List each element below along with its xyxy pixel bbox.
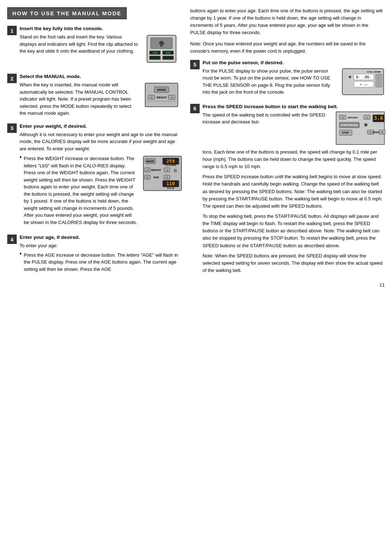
step-2-console-image: MODE ∨ WEIGHT ∧	[142, 81, 181, 111]
step-4-header: Enter your age, if desired.	[20, 235, 181, 240]
step-1-header: Insert the key fully into the console.	[20, 26, 181, 31]
step-6-body-area: The speed of the walking belt is control…	[203, 111, 385, 145]
svg-text:∧: ∧	[171, 96, 173, 99]
svg-text:MODE: MODE	[157, 88, 166, 91]
step-1-body: Stand on the foot rails and insert the k…	[20, 33, 138, 55]
console-svg-1: 000 000	[142, 33, 181, 66]
step-1: 1 Insert the key fully into the console.…	[7, 26, 181, 67]
step-4-bullet-text: Press the AGE increase or decrease butto…	[24, 252, 181, 273]
speed-svg: ∨ MPH/SPH ∧ 3.6 START/PAUSE	[338, 114, 385, 141]
svg-point-43	[349, 76, 351, 78]
step-1-text: Stand on the foot rails and insert the k…	[20, 33, 138, 55]
step-3-bullet-text: Press the WEIGHT increase or decrease bu…	[24, 155, 138, 226]
console-svg-2: MODE ∨ WEIGHT ∧	[142, 81, 181, 110]
svg-text:0- -00-: 0- -00-	[356, 75, 371, 79]
svg-text:MODE: MODE	[147, 160, 154, 163]
step-5-text: For the PULSE display to show your pulse…	[203, 68, 338, 99]
bullet-dot-4: •	[20, 251, 22, 273]
svg-point-57	[364, 123, 367, 126]
svg-text:AGE: AGE	[153, 176, 159, 179]
svg-text:WEIGHT: WEIGHT	[151, 169, 162, 171]
step-3-text: • Press the WEIGHT increase or decrease …	[20, 155, 138, 228]
svg-text:CALORIES: CALORIES	[165, 164, 176, 166]
svg-text:START/PAUSE: START/PAUSE	[340, 124, 358, 126]
step-3-content: Enter your weight, if desired. Although …	[20, 123, 181, 228]
step-6-number: 6	[190, 104, 200, 113]
svg-text:COOL-DOWN: COOL-DOWN	[367, 71, 381, 73]
step-3-body-area: • Press the WEIGHT increase or decrease …	[20, 155, 181, 228]
step-5-content: Put on the pulse sensor, if desired. For…	[203, 60, 385, 99]
title-box: HOW TO USE THE MANUAL MODE	[7, 7, 127, 19]
step-6-header: Press the SPEED increase button to start…	[203, 104, 385, 109]
step-5-body-area: For the PULSE display to show your pulse…	[203, 68, 385, 99]
step-2-content: Select the MANUAL mode. When the key is …	[20, 74, 181, 117]
step-6-body-2: tons. Each time one of the buttons is pr…	[203, 148, 385, 170]
step-4-bullet: • Press the AGE increase or decrease but…	[20, 252, 181, 273]
step-6-body-3: Press the SPEED increase button until th…	[203, 173, 385, 210]
page-number-text: 11	[380, 282, 385, 288]
step-6-speed-panel: ∨ MPH/SPH ∧ 3.6 START/PAUSE	[336, 111, 385, 145]
bullet-dot-3: •	[20, 154, 22, 226]
page: HOW TO USE THE MANUAL MODE 1 Insert the …	[7, 7, 385, 288]
step-4-content: Enter your age, if desired. To enter you…	[20, 235, 181, 275]
step-3-number: 3	[7, 123, 17, 133]
step-3-console-image: MODE 258 CALORIES ∨ WEIGHT ∧	[142, 155, 181, 194]
step-2-header: Select the MANUAL mode.	[20, 74, 181, 79]
console-svg-3: MODE 258 CALORIES ∨ WEIGHT ∧	[142, 155, 183, 193]
svg-text:258: 258	[166, 158, 175, 164]
step-5-header: Put on the pulse sensor, if desired.	[203, 60, 385, 65]
left-column: HOW TO USE THE MANUAL MODE 1 Insert the …	[7, 7, 181, 288]
cooldown-svg: COOL-DOWN 0- -00- • ——	[341, 68, 385, 97]
step-6-body-intro: The speed of the walking belt is control…	[203, 111, 332, 126]
svg-text:PULSE: PULSE	[167, 187, 174, 189]
step-5-body: For the PULSE display to show your pulse…	[203, 68, 338, 96]
step-5-console-image: COOL-DOWN 0- -00- • ——	[341, 68, 385, 98]
step-1-console-image: 000 000	[142, 33, 181, 67]
step-1-body-area: Stand on the foot rails and insert the k…	[20, 33, 181, 67]
svg-rect-3	[160, 43, 163, 47]
step-5: 5 Put on the pulse sensor, if desired. F…	[190, 60, 385, 99]
svg-text:• ——: • ——	[360, 83, 368, 86]
step-5-number: 5	[190, 60, 200, 69]
step-2-number: 2	[7, 74, 17, 83]
svg-text:∧: ∧	[166, 176, 168, 179]
step-4-intro: To enter your age:	[20, 242, 181, 249]
svg-rect-6	[150, 56, 160, 60]
svg-text:000: 000	[153, 52, 158, 54]
svg-text:MPH/SPH: MPH/SPH	[348, 117, 358, 119]
step-2-body-area: When the key is inserted, the manual mod…	[20, 81, 181, 117]
step-4: 4 Enter your age, if desired. To enter y…	[7, 235, 181, 275]
svg-text:STOP: STOP	[342, 131, 349, 134]
step-6: 6 Press the SPEED increase button to sta…	[190, 104, 385, 278]
step-4-number: 4	[7, 235, 17, 244]
svg-text:∨: ∨	[147, 169, 148, 171]
step-3-header: Enter your weight, if desired.	[20, 123, 181, 129]
step-2: 2 Select the MANUAL mode. When the key i…	[7, 74, 181, 117]
svg-text:∨: ∨	[370, 131, 372, 134]
svg-point-30	[174, 169, 177, 172]
step-1-content: Insert the key fully into the console. S…	[20, 26, 181, 67]
step-4-note: Note: Once you have entered your weight …	[190, 40, 385, 55]
svg-text:WEIGHT: WEIGHT	[156, 96, 167, 99]
svg-text:110: 110	[166, 181, 175, 186]
step-2-text: When the key is inserted, the manual mod…	[20, 81, 138, 117]
step-2-body: When the key is inserted, the manual mod…	[20, 81, 138, 117]
svg-text:3.6: 3.6	[374, 115, 383, 121]
step-3-intro: Although it is not necessary to enter yo…	[20, 131, 181, 152]
step-3-bullet: • Press the WEIGHT increase or decrease …	[20, 155, 138, 226]
svg-text:000: 000	[166, 52, 171, 54]
right-column: buttons again to enter your age. Each ti…	[190, 7, 385, 288]
svg-text:∨: ∨	[342, 117, 343, 119]
page-number: 11	[190, 282, 385, 288]
svg-text:∨: ∨	[147, 176, 148, 179]
svg-rect-7	[163, 56, 173, 60]
page-title: HOW TO USE THE MANUAL MODE	[12, 10, 122, 16]
step-1-number: 1	[7, 26, 17, 35]
svg-text:∨: ∨	[151, 96, 152, 99]
svg-text:∧: ∧	[366, 117, 368, 119]
step-6-body-4: To stop the walking belt, press the STAR…	[203, 213, 385, 249]
step-6-content: Press the SPEED increase button to start…	[203, 104, 385, 278]
step-3: 3 Enter your weight, if desired. Althoug…	[7, 123, 181, 228]
step-6-text: The speed of the walking belt is control…	[203, 111, 332, 129]
step-6-note: Note: When the SPEED buttons are pressed…	[203, 252, 385, 274]
